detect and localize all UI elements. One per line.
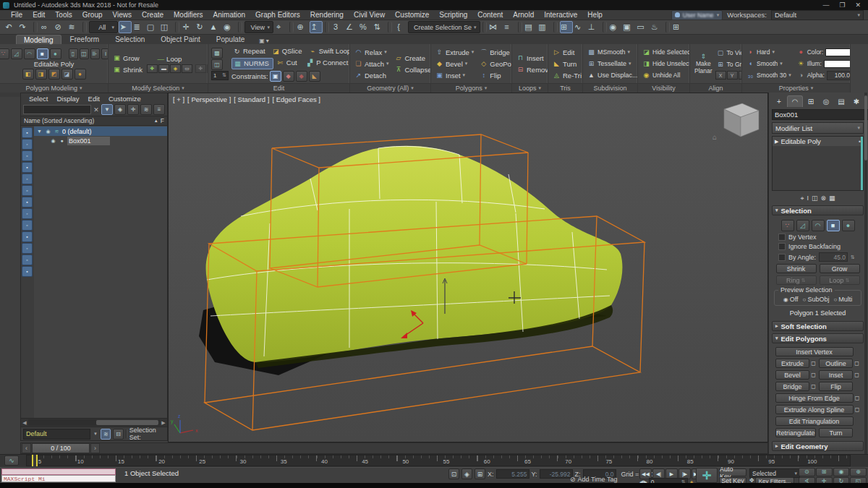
section-label[interactable]: Tris (548, 83, 582, 93)
explorer-menu-item[interactable]: Select (25, 95, 51, 103)
edge-mode[interactable]: ◿ (11, 48, 22, 59)
flip[interactable]: ↕Flip (478, 70, 511, 80)
preset-dropdown[interactable]: Default (23, 429, 90, 440)
display-shapes[interactable]: ◦ (22, 139, 33, 150)
zoom-extents-all[interactable]: ⊕ (850, 468, 867, 476)
checkbox[interactable] (778, 243, 786, 250)
menu-item[interactable]: Tools (50, 10, 77, 20)
align-to-view[interactable]: ▢To View (715, 48, 741, 58)
workspaces-select[interactable]: Default ▾ (771, 10, 864, 20)
display-materials[interactable]: ◦ (22, 243, 33, 254)
menu-item[interactable]: Content (472, 10, 508, 20)
collapse[interactable]: ⊼Collapse (393, 64, 430, 74)
keyboard-shortcut-override[interactable]: ↥ (310, 21, 323, 33)
axis-button[interactable]: Y (727, 71, 738, 80)
geopoly[interactable]: ◇GeoPoly (478, 59, 511, 69)
pick-parent[interactable]: ✛ (127, 104, 139, 115)
divider[interactable] (388, 22, 392, 33)
edit-tris[interactable]: ▷Edit (551, 47, 582, 57)
zoom-all[interactable]: ⊞ (816, 468, 833, 476)
scroll-left-icon[interactable]: ◀ (21, 420, 28, 426)
element-mode[interactable]: ● (50, 48, 61, 59)
paint-connect[interactable]: ▞P Connect▾ (305, 58, 349, 68)
rollout-soft-selection[interactable]: ▸ Soft Selection (772, 321, 864, 331)
checkbox[interactable] (778, 234, 786, 241)
detach[interactable]: ↗Detach (353, 70, 390, 80)
viewcube-home-icon[interactable]: ⌂ (712, 133, 717, 141)
next-modifier[interactable]: ◪ (61, 69, 73, 80)
explorer-menu-item[interactable]: Display (53, 95, 82, 103)
menu-item[interactable]: Civil View (349, 10, 390, 20)
edit-named-selection-sets[interactable]: { (394, 21, 407, 33)
border-mode[interactable]: ◠ (24, 48, 35, 59)
toggle-ribbon[interactable]: ⊞ (560, 21, 573, 33)
bridge[interactable]: Bridge ◻ (775, 382, 817, 391)
nurms[interactable]: ▦NURMS (231, 58, 273, 69)
zoom-extents[interactable]: ◉ (833, 468, 850, 476)
account-menu[interactable]: User Name ▾ (671, 10, 723, 20)
divider[interactable] (175, 22, 179, 33)
checkbox[interactable] (778, 254, 786, 261)
smooth-edges[interactable]: ◖Smooth▾ (745, 59, 793, 69)
tab-hierarchy[interactable]: ⊞ (804, 95, 818, 107)
menu-item[interactable]: File (6, 10, 27, 20)
tab-modify[interactable]: ◠ (787, 95, 803, 107)
angle-snap-toggle[interactable]: ∠ (345, 21, 358, 33)
loop-grow[interactable]: ✚ (147, 64, 158, 73)
menu-item[interactable]: Views (108, 10, 137, 20)
previous-modifier[interactable]: ◨ (35, 69, 47, 80)
unlink-selection[interactable]: ⊘ (54, 21, 67, 33)
turn[interactable]: Turn (819, 428, 860, 437)
absolute-mode-transform[interactable]: ⊞ (475, 468, 485, 479)
insert-loop[interactable]: ⊓Insert (515, 53, 548, 63)
menu-item[interactable]: Arnold (508, 10, 539, 20)
unhide-all[interactable]: ◉Unhide All (641, 70, 689, 80)
modifier-stack-row[interactable]: ▶ Editable Poly ▪ (773, 137, 863, 146)
ring-grow[interactable]: ✚ (195, 64, 206, 73)
rendered-frame-window[interactable]: ▭ (637, 21, 650, 33)
settings-icon[interactable]: ◻ (854, 406, 861, 413)
align[interactable]: ≡ (503, 21, 516, 33)
mirror[interactable]: ⋈ (489, 21, 502, 33)
relax[interactable]: ◠Relax▾ (353, 47, 390, 57)
constrain-normal[interactable]: ◣ (309, 71, 320, 82)
constrain-face[interactable]: ◆ (296, 71, 307, 82)
by-vertex[interactable]: By Vertex (773, 234, 863, 241)
collapse-stack[interactable]: ● (75, 69, 86, 80)
render-setup[interactable]: ▣ (623, 21, 636, 33)
make-planar-button[interactable]: ⇕ Make Planar (693, 52, 714, 75)
object-name-input[interactable] (772, 109, 868, 120)
time-slider-handle[interactable]: 0 / 100 (32, 443, 90, 453)
retriangulate[interactable]: Retriangulate (775, 428, 817, 437)
zoom[interactable]: ⊙ (799, 468, 815, 476)
scroll-thumb[interactable] (96, 420, 158, 425)
select-and-rotate[interactable]: ↻ (195, 21, 208, 33)
tab-create[interactable]: + (772, 95, 786, 107)
undo[interactable]: ↶ (4, 21, 17, 33)
loop-shift[interactable]: ▭ (182, 64, 192, 73)
divider[interactable] (82, 22, 87, 33)
section-label[interactable]: Visibility (638, 83, 689, 93)
remove-modifier[interactable]: ⊗ (821, 194, 827, 202)
preview-off[interactable]: ◉Off (783, 296, 799, 303)
expand-icon[interactable]: ▶ (775, 139, 778, 145)
section-label[interactable]: Align (690, 83, 741, 93)
menu-item[interactable]: Scripting (434, 10, 472, 20)
shrink-button[interactable]: Shrink (776, 264, 817, 273)
element[interactable]: ● (842, 220, 855, 231)
constrain-edge[interactable]: ◆ (283, 71, 294, 82)
menu-item[interactable]: Interactive (539, 10, 582, 20)
tab-motion[interactable]: ◎ (819, 95, 833, 107)
display-geometry[interactable]: ▪ (22, 127, 33, 138)
maximize-button[interactable]: ❐ (839, 1, 845, 9)
menu-item[interactable]: Help (582, 10, 608, 20)
hide-selected[interactable]: ◪Hide Selected (641, 47, 689, 57)
rollout-selection[interactable]: ▾ Selection (772, 205, 864, 215)
y-coordinate-field[interactable]: -25.992 (540, 469, 573, 479)
schematic-view[interactable]: ⊥ (587, 21, 600, 33)
divider[interactable] (665, 22, 670, 33)
minimize-button[interactable]: — (822, 1, 829, 9)
section-label[interactable]: Modify Selection▾ (109, 83, 208, 93)
add-time-tag[interactable]: ⊘ Add Time Tag (570, 476, 617, 483)
filter-combinations[interactable]: ▼ (101, 104, 113, 115)
